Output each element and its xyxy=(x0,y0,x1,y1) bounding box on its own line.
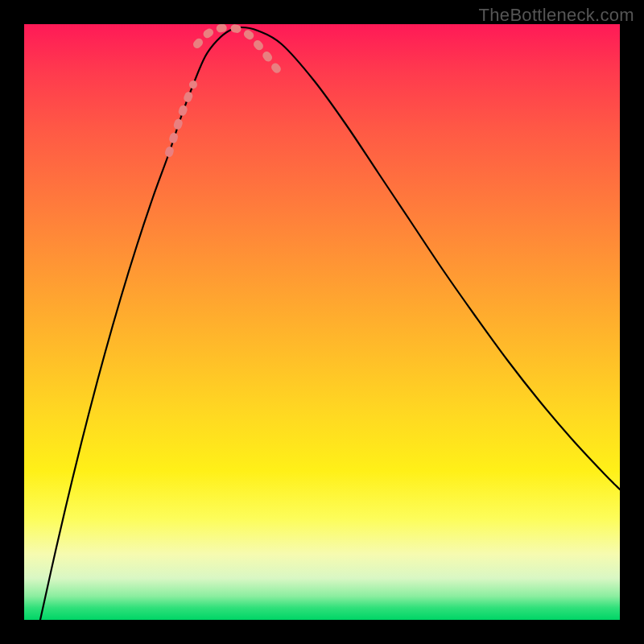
bottleneck-curve xyxy=(40,27,620,620)
chart-frame: TheBottleneck.com xyxy=(0,0,644,644)
watermark-text: TheBottleneck.com xyxy=(479,5,634,26)
plot-area xyxy=(24,24,620,620)
highlight-bottom xyxy=(197,27,254,44)
curve-svg xyxy=(24,24,620,620)
highlight-right xyxy=(258,44,282,76)
